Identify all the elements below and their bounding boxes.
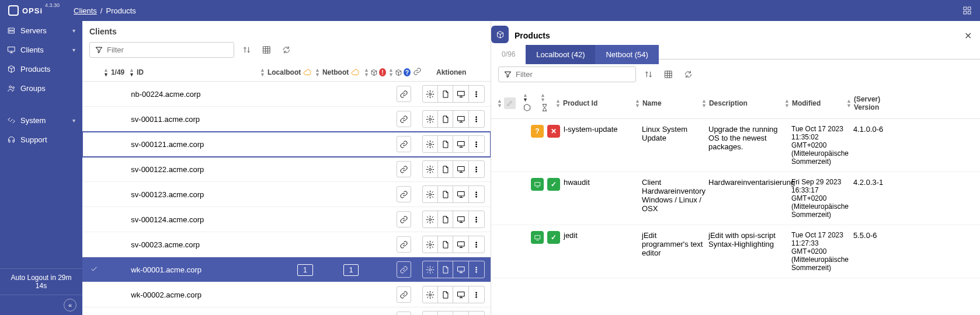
settings-button[interactable] (423, 312, 438, 315)
settings-button[interactable] (423, 161, 438, 177)
collapse-sidebar-button[interactable]: « (0, 295, 82, 315)
document-button[interactable] (438, 211, 453, 228)
products-filter-input[interactable] (516, 70, 631, 79)
hourglass-column[interactable]: ▲▼ (540, 93, 552, 114)
link-button[interactable] (397, 186, 411, 202)
close-products-button[interactable]: ✕ (964, 23, 980, 41)
client-row[interactable]: sv-000122.acme.corp (82, 157, 491, 182)
index-column[interactable]: ▲▼ 1/49 (103, 68, 127, 77)
link-button[interactable] (397, 312, 411, 315)
client-row[interactable]: sv-000124.acme.corp (82, 207, 491, 232)
more-button[interactable] (469, 86, 484, 102)
screen-button[interactable] (453, 261, 468, 278)
apps-grid-icon[interactable] (962, 6, 972, 15)
document-button[interactable] (438, 161, 453, 177)
document-button[interactable] (438, 261, 453, 278)
client-row[interactable]: sv-000123.acme.corp (82, 182, 491, 207)
more-button[interactable] (469, 312, 484, 315)
settings-button[interactable] (423, 261, 438, 278)
columns-button[interactable] (259, 43, 274, 58)
link-button[interactable] (397, 111, 411, 127)
refresh-button[interactable] (680, 67, 696, 82)
link-button[interactable] (397, 86, 411, 102)
document-button[interactable] (438, 86, 453, 102)
document-button[interactable] (438, 111, 453, 127)
sidebar-item-servers[interactable]: Servers ▾ (0, 21, 82, 40)
breadcrumb-clients[interactable]: Clients (74, 6, 97, 15)
settings-button[interactable] (423, 211, 438, 228)
client-row[interactable]: wk-00002.acme.corp (82, 282, 491, 307)
id-column[interactable]: ▲▼ ID (129, 68, 258, 77)
screen-button[interactable] (453, 312, 468, 315)
more-button[interactable] (469, 111, 484, 127)
link-button[interactable] (397, 261, 411, 278)
status-error-column[interactable]: ▲▼ ! (364, 68, 386, 77)
more-button[interactable] (469, 136, 484, 152)
clients-filter-input[interactable] (107, 46, 229, 54)
products-filter[interactable] (498, 66, 636, 82)
svg-rect-44 (457, 267, 464, 271)
more-button[interactable] (469, 186, 484, 202)
screen-button[interactable] (453, 86, 468, 102)
link-button[interactable] (397, 136, 411, 152)
settings-button[interactable] (423, 86, 438, 102)
settings-button[interactable] (423, 236, 438, 253)
client-row[interactable]: sv-000121.acme.corp (82, 132, 491, 157)
settings-button[interactable] (423, 286, 438, 303)
sidebar-item-clients[interactable]: Clients ▾ (0, 40, 82, 60)
sidebar-item-groups[interactable]: Groups (0, 79, 82, 98)
client-row[interactable]: nb-00224.acme.corp (82, 82, 491, 107)
link-button[interactable] (397, 286, 411, 303)
screen-button[interactable] (453, 111, 468, 127)
sort-button[interactable] (641, 67, 656, 82)
client-row[interactable]: sv-00023.acme.corp (82, 232, 491, 257)
client-id: wk-00001.acme.corp (102, 265, 280, 274)
action-group (422, 135, 485, 153)
refresh-button[interactable] (279, 43, 294, 58)
description-column[interactable]: ▲▼Description (701, 99, 781, 108)
modified-column[interactable]: ▲▼Modified (784, 99, 843, 108)
sidebar-item-system[interactable]: System ▾ (0, 111, 82, 130)
screen-button[interactable] (453, 186, 468, 202)
link-button[interactable] (397, 211, 411, 228)
product-row[interactable]: ?✕ l-system-update Linux System Update U… (491, 119, 980, 172)
more-button[interactable] (469, 261, 484, 278)
document-button[interactable] (438, 312, 453, 315)
more-button[interactable] (469, 286, 484, 303)
screen-button[interactable] (453, 161, 468, 177)
settings-button[interactable] (423, 111, 438, 127)
columns-button[interactable] (661, 67, 676, 82)
box-column[interactable]: ▲▼ (523, 93, 537, 114)
document-button[interactable] (438, 136, 453, 152)
localboot-column[interactable]: ▲▼ Localboot (260, 68, 312, 77)
screen-button[interactable] (453, 286, 468, 303)
more-button[interactable] (469, 211, 484, 228)
version-column[interactable]: ▲▼(Server) Version (846, 95, 905, 111)
client-row[interactable]: wk-00001.acme.corp 1 1 (82, 257, 491, 282)
client-row[interactable]: sv-00011.acme.corp (82, 107, 491, 132)
status-help-column[interactable]: ▲▼ ? (388, 68, 411, 77)
svg-point-20 (476, 141, 477, 142)
settings-button[interactable] (423, 186, 438, 202)
document-button[interactable] (438, 186, 453, 202)
more-button[interactable] (469, 236, 484, 253)
screen-button[interactable] (453, 136, 468, 152)
clients-filter[interactable] (89, 42, 234, 58)
product-row[interactable]: ✓ jedit jEdit programmer's text editor j… (491, 225, 980, 278)
product-id-column[interactable]: ▲▼Product Id (555, 99, 631, 108)
document-button[interactable] (438, 236, 453, 253)
netboot-column[interactable]: ▲▼ Netboot (315, 68, 362, 77)
link-button[interactable] (397, 161, 411, 177)
sidebar-item-products[interactable]: Products (0, 60, 82, 79)
sidebar-item-support[interactable]: Support (0, 130, 82, 149)
name-column[interactable]: ▲▼Name (635, 99, 698, 108)
more-button[interactable] (469, 161, 484, 177)
settings-button[interactable] (423, 136, 438, 152)
link-button[interactable] (397, 236, 411, 253)
product-row[interactable]: ✓ hwaudit Client Hardwareinventory Windo… (491, 172, 980, 225)
screen-button[interactable] (453, 211, 468, 228)
screen-button[interactable] (453, 236, 468, 253)
sort-button[interactable] (239, 43, 254, 58)
client-row[interactable]: wk-00003.acme.corp (82, 307, 491, 315)
document-button[interactable] (438, 286, 453, 303)
